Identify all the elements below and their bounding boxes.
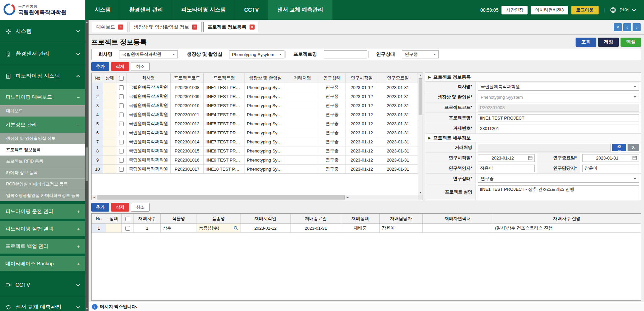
cell-chk[interactable] [116, 110, 126, 119]
sidebar-item-rgb-camera-coord[interactable]: RGB촬영실 카메라좌표정보 등록 [0, 178, 85, 190]
cell-chk[interactable] [116, 137, 126, 146]
sidebar-item-env-sensor[interactable]: 환경센서 관리 [0, 43, 85, 65]
tab-project-register[interactable]: 프로젝트 정보등록× [203, 22, 259, 32]
project-table-row[interactable]: 2국립원예특작과학원P202301009lINE2 TEST PROJECTPh… [92, 92, 418, 101]
top-nav-env-sensor[interactable]: 환경센서 관리 [120, 0, 172, 20]
row-select-checkbox[interactable] [119, 158, 124, 163]
row-select-checkbox[interactable] [119, 167, 124, 172]
top-nav-sensor-replace[interactable]: 센서 교체 예측관리 [268, 0, 332, 20]
main-vertical-scrollbar[interactable]: ▲ ▼ [85, 20, 89, 311]
grid-vertical-scrollbar[interactable]: ▲▼ [418, 73, 423, 195]
search-button[interactable]: 조회 [576, 38, 596, 47]
top-nav-cctv[interactable]: CCTV [235, 0, 268, 20]
cell-chk[interactable] [116, 156, 126, 165]
project-table-row[interactable]: 9국립원예특작과학원P202301016lINE9 TEST PROJECTPh… [92, 156, 418, 165]
logout-button[interactable]: 로그아웃 [571, 6, 599, 14]
client-clear-button[interactable]: X [628, 144, 639, 151]
cell-variety[interactable]: 품종(상추) [197, 224, 240, 233]
logo[interactable]: 농촌진흥청 국립원예특작과학원 [0, 0, 85, 20]
sidebar-item-basic-info[interactable]: 기본정보 관리− [0, 117, 85, 133]
variety-search-icon[interactable] [233, 226, 238, 230]
tab-control-scroll-left-button[interactable]: ‹ [623, 23, 631, 31]
pi-input[interactable] [478, 165, 535, 172]
language-label[interactable]: 언어 [620, 7, 629, 13]
excel-button[interactable]: 엑셀 [621, 38, 641, 47]
task-number-input[interactable] [478, 125, 639, 132]
tab-close-icon[interactable]: × [118, 25, 123, 30]
tab-control-close-all-button[interactable]: × [614, 23, 622, 31]
row-select-checkbox[interactable] [119, 85, 124, 90]
filter-status-select[interactable]: 연구중 [402, 50, 439, 58]
grid-horizontal-scrollbar[interactable]: ◀▶ [92, 195, 418, 200]
cancel-button[interactable]: 취소 [131, 203, 150, 212]
top-nav-phenotyping[interactable]: 피노타이핑 시스템 [172, 0, 234, 20]
sidebar-item-system[interactable]: 시스템 [0, 20, 85, 43]
tab-close-icon[interactable]: × [192, 25, 197, 30]
row-select-checkbox[interactable] [119, 122, 124, 126]
select-all-checkbox[interactable] [125, 217, 130, 221]
tab-close-icon[interactable]: × [250, 25, 255, 30]
chamber-select[interactable]: Phenotyping Syystem [478, 93, 639, 101]
sidebar-item-project-backup[interactable]: 프로젝트 백업 관리+ [0, 239, 85, 254]
row-select-checkbox[interactable] [119, 149, 124, 153]
filter-company-select[interactable]: 국립원예특작과학원 [119, 50, 178, 58]
tab-chamber-info[interactable]: 생장상 및 영상촬영실 정보× [129, 22, 202, 32]
sidebar-item-phenotyping[interactable]: 피노타이핑 시스템 [0, 65, 85, 87]
save-button[interactable]: 저장 [598, 38, 619, 47]
language-chevron-icon[interactable] [632, 9, 636, 11]
sidebar-item-chamber-info[interactable]: 생장상 및 영상촬영실 정보 [0, 133, 85, 144]
cell-chk[interactable] [116, 83, 126, 92]
calendar-icon[interactable] [632, 156, 637, 160]
research-status-select[interactable]: 연구중 [478, 175, 639, 183]
company-select[interactable]: 국립원예특작과학원 [478, 83, 639, 91]
sidebar-item-pheno-dashboard[interactable]: 피노타이핑 대쉬보드− [0, 89, 85, 105]
project-table-row[interactable]: 1국립원예특작과학원P202301008lINE1 TEST PROJECTPh… [92, 83, 418, 92]
project-table-row[interactable]: 7국립원예특작과학원P202301014lINE7 TEST PROJECTPh… [92, 137, 418, 146]
extend-time-button[interactable]: 시간연장 [501, 6, 528, 14]
sidebar-item-camera-info[interactable]: 카메라 정보 등록 [0, 167, 85, 178]
delete-button[interactable]: 삭제 [111, 62, 129, 71]
sidebar-item-pheno-result[interactable]: 피노타이핑 실험 결과+ [0, 221, 85, 236]
scroll-down-icon[interactable]: ▼ [85, 308, 89, 310]
sidebar-item-database-backup[interactable]: 데이타베이스 Backup+ [0, 256, 85, 271]
project-table-row[interactable]: 4국립원예특작과학원P202301011lINE4 TEST PROJECTPh… [92, 110, 418, 119]
cancel-button[interactable]: 취소 [131, 62, 150, 71]
cell-chk[interactable] [116, 146, 126, 156]
project-table-row[interactable]: 3국립원예특작과학원P202301010lINE3 TEST PROJECTPh… [92, 101, 418, 110]
sidebar-item-project-register[interactable]: 프로젝트 정보등록 [0, 144, 85, 156]
sidebar-item-cctv[interactable]: CCTV [0, 274, 85, 296]
tab-control-scroll-right-button[interactable]: › [633, 23, 641, 31]
project-table-row[interactable]: 5국립원예특작과학원P202301012lINE5 TEST PROJECTPh… [92, 119, 418, 128]
delete-button[interactable]: 삭제 [111, 203, 129, 212]
filter-project-input[interactable] [324, 50, 367, 58]
user-button[interactable]: 아이티컨버전3 [531, 6, 568, 14]
sidebar-item-project-rfid[interactable]: 프로젝트 RFID 등록 [0, 156, 85, 167]
culture-table-row[interactable]: 11상추품종(상추)2023-01-122023-01-31재배중장윤아(일시)… [92, 224, 641, 233]
add-button[interactable]: 추가 [91, 203, 109, 212]
cell-chk[interactable] [116, 128, 126, 137]
select-all-checkbox[interactable] [119, 76, 124, 81]
row-select-checkbox[interactable] [119, 131, 124, 135]
end-date-input[interactable] [582, 154, 639, 162]
add-button[interactable]: 추가 [91, 62, 109, 71]
project-desc-textarea[interactable] [478, 185, 639, 199]
scrollbar-thumb[interactable] [86, 147, 88, 181]
row-select-checkbox[interactable] [119, 103, 124, 108]
row-select-checkbox[interactable] [125, 226, 130, 231]
cell-chk[interactable] [122, 224, 134, 233]
sidebar-item-fluor-camera-coord[interactable]: 엽록소형광촬영실 카메라좌표정보 등록 [0, 190, 85, 201]
filter-chamber-select[interactable]: Phenotyping Sysytem [229, 50, 284, 58]
project-name-input[interactable] [478, 114, 639, 122]
tab-dashboard[interactable]: 대쉬보드× [92, 22, 127, 32]
client-search-button[interactable]: 조회 [612, 144, 626, 151]
cell-chk[interactable] [116, 101, 126, 110]
sidebar-item-dashboard[interactable]: 대쉬보드 [0, 105, 85, 117]
start-date-input[interactable] [478, 154, 535, 162]
project-table-row[interactable]: 8국립원예특작과학원P202301015lINE8 TEST PROJECTPh… [92, 146, 418, 156]
project-table-row[interactable]: 6국립원예특작과학원P202301013lINE6 TEST PROJECTPh… [92, 128, 418, 137]
row-select-checkbox[interactable] [119, 113, 124, 117]
sidebar-item-pheno-operation[interactable]: 피노타이핑 운전 관리+ [0, 204, 85, 219]
project-table-row[interactable]: 10국립원예특작과학원P202301017lINE10 TEST PROJE..… [92, 165, 418, 174]
row-select-checkbox[interactable] [119, 140, 124, 144]
top-nav-system[interactable]: 시스템 [85, 0, 120, 20]
